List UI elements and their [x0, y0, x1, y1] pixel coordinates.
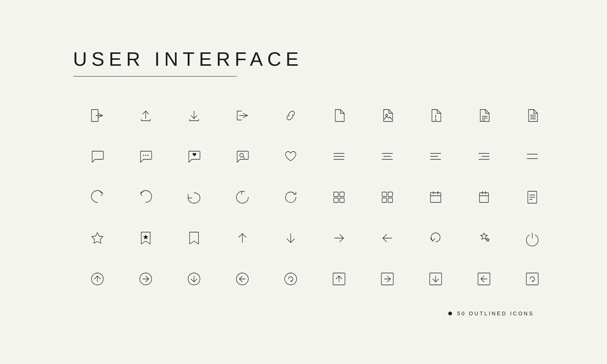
arrow-down-icon[interactable]	[267, 218, 315, 259]
file-alert-icon[interactable]	[411, 95, 460, 136]
menu-minimal-icon[interactable]	[508, 136, 556, 177]
menu-right-icon[interactable]	[460, 136, 508, 177]
chat-heart-icon[interactable]	[170, 136, 218, 177]
svg-rect-38	[388, 192, 393, 196]
menu-short-icon[interactable]	[411, 136, 460, 177]
refresh-cw-icon[interactable]	[122, 177, 170, 218]
footer-label: 50 OUTLINED ICONS	[457, 311, 534, 316]
svg-marker-54	[92, 233, 103, 243]
svg-point-17	[240, 153, 243, 157]
page-title: USER INTERFACE	[73, 48, 534, 70]
arrow-right-icon[interactable]	[315, 218, 363, 259]
svg-marker-60	[481, 233, 487, 240]
bookmark-icon[interactable]	[170, 218, 218, 259]
title-section: USER INTERFACE	[73, 48, 534, 77]
svg-marker-61	[486, 238, 489, 241]
chat-dots-icon[interactable]	[122, 136, 170, 177]
grid-2x2-icon[interactable]	[315, 177, 363, 218]
chat-icon[interactable]	[73, 136, 122, 177]
arrow-up-icon[interactable]	[218, 218, 267, 259]
reload-icon[interactable]	[267, 177, 315, 218]
login-icon[interactable]	[218, 95, 267, 136]
file-list-icon[interactable]	[460, 95, 508, 136]
footer-dot	[448, 312, 452, 315]
grid-feature-icon[interactable]	[363, 177, 411, 218]
stars-icon[interactable]	[460, 218, 508, 259]
circle-up-icon[interactable]	[73, 259, 122, 299]
arrow-left-icon[interactable]	[363, 218, 411, 259]
svg-rect-40	[388, 198, 393, 202]
link-icon[interactable]	[267, 95, 315, 136]
circle-redo-icon[interactable]	[267, 259, 315, 299]
page-container: USER INTERFACE	[43, 26, 564, 339]
menu-center-icon[interactable]	[363, 136, 411, 177]
icon-row-3	[73, 177, 556, 218]
power-icon[interactable]	[508, 218, 556, 259]
square-right-icon[interactable]	[363, 259, 411, 299]
svg-line-18	[243, 157, 245, 158]
heart-icon[interactable]	[267, 136, 315, 177]
chat-search-icon[interactable]	[218, 136, 267, 177]
calendar-icon[interactable]	[411, 177, 460, 218]
svg-rect-35	[334, 198, 338, 202]
svg-point-71	[285, 273, 297, 285]
svg-point-7	[435, 120, 436, 120]
icon-row-1	[73, 95, 556, 136]
square-up-icon[interactable]	[315, 259, 363, 299]
svg-rect-33	[334, 192, 338, 196]
undo-icon[interactable]	[411, 218, 460, 259]
svg-point-14	[143, 155, 144, 156]
circle-right-icon[interactable]	[122, 259, 170, 299]
svg-rect-80	[526, 273, 538, 285]
svg-rect-34	[340, 192, 344, 196]
square-down-icon[interactable]	[411, 259, 460, 299]
reload-dot-icon[interactable]	[218, 177, 267, 218]
svg-rect-46	[480, 193, 488, 202]
svg-rect-39	[382, 198, 387, 202]
logout-icon[interactable]	[73, 95, 122, 136]
svg-marker-55	[143, 234, 148, 240]
download-icon[interactable]	[170, 95, 218, 136]
file-text-icon[interactable]	[508, 95, 556, 136]
svg-rect-36	[340, 198, 344, 202]
svg-rect-42	[430, 193, 441, 202]
star-icon[interactable]	[73, 218, 122, 259]
file-image-icon[interactable]	[363, 95, 411, 136]
svg-point-5	[385, 114, 387, 116]
square-redo-icon[interactable]	[508, 259, 556, 299]
icon-row-5	[73, 259, 556, 299]
title-underline	[73, 76, 237, 77]
icon-row-2	[73, 136, 556, 177]
calendar-small-icon[interactable]	[460, 177, 508, 218]
menu-icon[interactable]	[315, 136, 363, 177]
icons-grid	[73, 95, 534, 299]
refresh-ccw-icon[interactable]	[73, 177, 122, 218]
upload-icon[interactable]	[122, 95, 170, 136]
notes-icon[interactable]	[508, 177, 556, 218]
icon-row-4	[73, 218, 556, 259]
reload-partial-icon[interactable]	[170, 177, 218, 218]
square-left-icon[interactable]	[460, 259, 508, 299]
circle-down-icon[interactable]	[170, 259, 218, 299]
circle-left-icon[interactable]	[218, 259, 267, 299]
file-blank-icon[interactable]	[315, 95, 363, 136]
bookmark-star-icon[interactable]	[122, 218, 170, 259]
svg-point-15	[145, 155, 146, 156]
footer: 50 OUTLINED ICONS	[73, 311, 534, 316]
svg-point-16	[147, 155, 148, 156]
